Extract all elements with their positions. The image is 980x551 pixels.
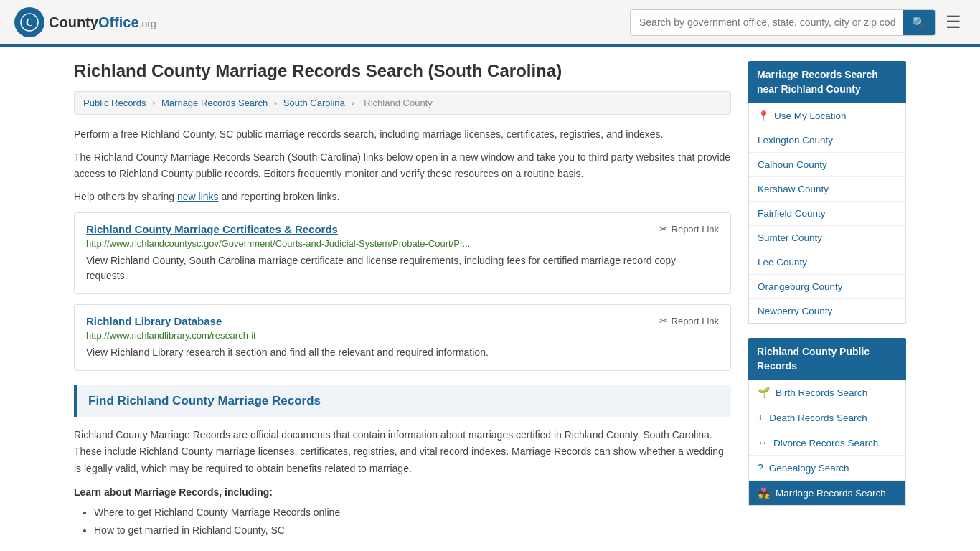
find-section-subheader: Learn about Marriage Records, including: [74,486,731,498]
nearby-sumter-county[interactable]: Sumter County [749,226,905,250]
find-section-header: Find Richland County Marriage Records [74,385,731,417]
report-link-1[interactable]: ✂ Report Link [659,223,719,235]
link-card-2-title[interactable]: Richland Library Database [86,315,222,327]
public-records-section: Richland County Public Records 🌱 Birth R… [748,338,906,506]
nearby-kershaw-county[interactable]: Kershaw County [749,177,905,202]
birth-icon: 🌱 [758,387,770,398]
nearby-section-title: Marriage Records Search near Richland Co… [748,61,906,103]
search-area: 🔍 ☰ [630,8,966,37]
link-card-1-title[interactable]: Richland County Marriage Certificates & … [86,223,338,235]
logo-icon: C [14,7,44,37]
link-card-2: Richland Library Database ✂ Report Link … [74,304,731,371]
svg-text:C: C [26,17,33,28]
intro-paragraph-2: The Richland County Marriage Records Sea… [74,149,731,182]
death-icon: + [758,412,763,423]
marriage-icon: 💑 [758,487,770,499]
nearby-use-my-location[interactable]: 📍 Use My Location [749,103,905,128]
nearby-lee-county[interactable]: Lee County [749,250,905,275]
find-section-text: Richland County Marriage Records are off… [74,427,731,478]
location-icon: 📍 [758,110,770,121]
site-header: C CountyOffice.org 🔍 ☰ [0,0,980,47]
search-input[interactable] [631,11,903,34]
public-records-list: 🌱 Birth Records Search + Death Records S… [748,380,906,506]
breadcrumb-marriage-records-search[interactable]: Marriage Records Search [161,98,268,108]
list-item-2: How to get married in Richland County, S… [94,522,731,540]
divorce-icon: ↔ [758,437,768,448]
find-section-list: Where to get Richland County Marriage Re… [74,504,731,540]
search-bar: 🔍 [630,9,936,36]
nearby-fairfield-county[interactable]: Fairfield County [749,202,905,226]
list-item-1: Where to get Richland County Marriage Re… [94,504,731,522]
report-link-2[interactable]: ✂ Report Link [659,315,719,326]
search-button[interactable]: 🔍 [903,10,935,35]
breadcrumb-south-carolina[interactable]: South Carolina [283,98,345,108]
divorce-records-search-link[interactable]: ↔ Divorce Records Search [749,430,905,456]
breadcrumb-richland-county: Richland County [364,98,432,108]
birth-records-search-link[interactable]: 🌱 Birth Records Search [749,380,905,405]
genealogy-search-link[interactable]: ? Genealogy Search [749,456,905,481]
menu-icon[interactable]: ☰ [941,8,966,37]
nearby-newberry-county[interactable]: Newberry County [749,299,905,323]
link-card-2-desc: View Richland Library research it sectio… [86,345,719,360]
intro-paragraph-1: Perform a free Richland County, SC publi… [74,126,731,142]
genealogy-icon: ? [758,462,763,474]
breadcrumb: Public Records › Marriage Records Search… [74,91,731,115]
report-icon-2: ✂ [659,315,668,326]
link-card-1: Richland County Marriage Certificates & … [74,212,731,294]
report-icon-1: ✂ [659,223,668,235]
logo-wordmark: CountyOffice.org [49,14,156,31]
link-card-1-desc: View Richland County, South Carolina mar… [86,253,719,283]
logo[interactable]: C CountyOffice.org [14,7,156,37]
link-card-2-url: http://www.richlandlibrary.com/research-… [86,330,719,341]
new-links-link[interactable]: new links [177,191,219,202]
sidebar: Marriage Records Search near Richland Co… [748,61,906,540]
public-records-title: Richland County Public Records [748,338,906,380]
nearby-calhoun-county[interactable]: Calhoun County [749,153,905,177]
content-area: Richland County Marriage Records Search … [74,61,731,540]
nearby-orangeburg-county[interactable]: Orangeburg County [749,275,905,299]
death-records-search-link[interactable]: + Death Records Search [749,405,905,430]
intro-paragraph-3: Help others by sharing new links and rep… [74,189,731,204]
nearby-lexington-county[interactable]: Lexington County [749,128,905,153]
marriage-records-search-link[interactable]: 💑 Marriage Records Search [749,481,905,505]
breadcrumb-public-records[interactable]: Public Records [83,98,146,108]
nearby-section: Marriage Records Search near Richland Co… [748,61,906,324]
page-title: Richland County Marriage Records Search … [74,61,731,81]
link-card-1-url: http://www.richlandcountysc.gov/Governme… [86,238,719,249]
main-container: Richland County Marriage Records Search … [60,47,920,551]
nearby-list: 📍 Use My Location Lexington County Calho… [748,103,906,324]
